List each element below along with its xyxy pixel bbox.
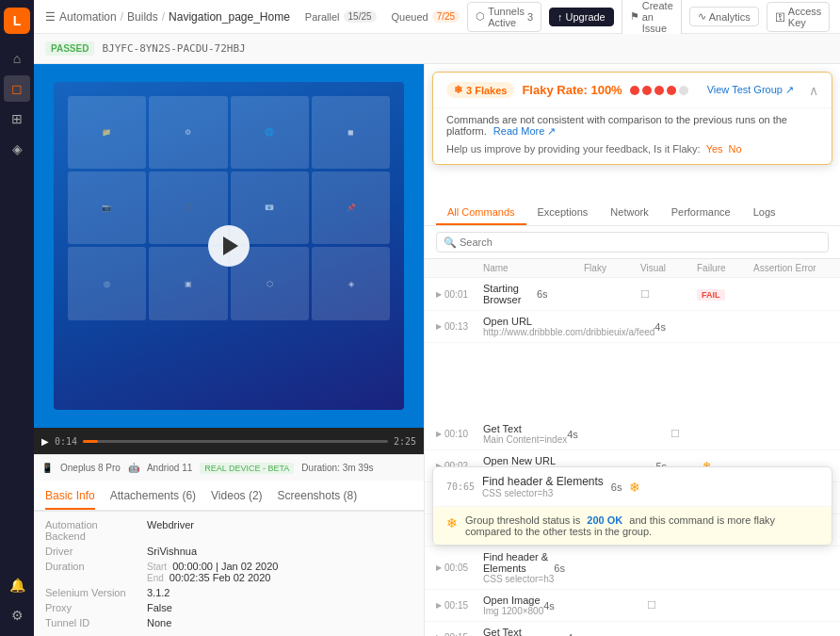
tab-exceptions[interactable]: Exceptions	[526, 201, 600, 225]
play-overlay[interactable]	[208, 225, 250, 267]
table-row[interactable]: ▶ 00:01 Starting Browser 6s ☐ FAIL	[425, 278, 840, 311]
cmd-time-7: ▶ 00:05	[436, 563, 483, 573]
detail-time: 70:65	[446, 481, 475, 492]
parallel-count: 15/25	[344, 10, 377, 23]
play-icon-3[interactable]: ▶	[436, 430, 442, 438]
video-controls: ▶ 0:14 2:25	[34, 428, 424, 454]
video-panel: 📁 ⚙ 🌐 ◼ 📷 🎵 📧 📌 ◎ ▣ ⬡ ◈	[34, 64, 425, 636]
info-grid: Automation Backend Webdriver Driver SriV…	[45, 519, 412, 628]
cmd-time-1: ▶ 00:01	[436, 289, 483, 300]
flaky-feedback: Help us improve by providing your feedba…	[446, 143, 818, 155]
tab-logs[interactable]: Logs	[742, 201, 787, 225]
table-row[interactable]: ▶ 00:15 Get Text Main Content=index 4s	[425, 622, 840, 636]
no-button[interactable]: No	[729, 143, 742, 155]
breadcrumb-builds[interactable]: Builds	[127, 10, 158, 24]
visual-1: ☐	[640, 288, 697, 301]
play-button[interactable]	[223, 236, 238, 255]
sidebar-item-builds[interactable]: ◻	[4, 75, 30, 102]
cmd-name-cell-7: Find header & Elements CSS selector=h3	[483, 551, 554, 584]
cmd-time-2: ▶ 00:13	[436, 321, 483, 332]
play-icon-8[interactable]: ▶	[436, 601, 442, 610]
cmd-name-cell-1: Starting Browser	[483, 283, 537, 305]
read-more-link[interactable]: Read More ↗	[493, 125, 556, 137]
play-icon-2[interactable]: ▶	[436, 322, 442, 331]
cmd-name-cell-8: Open Image Img 1200×800	[483, 595, 543, 616]
sidebar-item-settings[interactable]: ⚙	[4, 602, 30, 628]
flaky-dots	[630, 86, 688, 95]
duration-values: Start 00:00:00 | Jan 02 2020 End 00:02:3…	[147, 561, 412, 583]
play-icon-1[interactable]: ▶	[436, 290, 442, 299]
create-issue-button[interactable]: ⚑ Create an Issue	[622, 0, 682, 38]
sidebar-item-analytics[interactable]: ◈	[4, 136, 30, 162]
breadcrumb-current: Navigation_page_Home	[169, 10, 290, 24]
sidebar-item-grid[interactable]: ⊞	[4, 106, 30, 132]
analytics-icon: ∿	[698, 10, 706, 23]
automation-backend-label: Automation Backend	[45, 519, 139, 542]
analytics-button[interactable]: ∿ Analytics	[689, 7, 759, 26]
commands-panel: ❄ 3 Flakes Flaky Rate: 100%	[425, 64, 840, 636]
table-row[interactable]: ▶ 00:13 Open URL http://www.dribbble.com…	[425, 311, 840, 343]
bottom-tabs: Basic Info Attachements (6) Videos (2) S…	[34, 481, 424, 511]
breadcrumb: ☰ Automation / Builds / Navigation_page_…	[45, 10, 290, 24]
sidebar-item-home[interactable]: ⌂	[4, 45, 30, 72]
spinner-icon: ❄	[629, 480, 640, 495]
cmd-name-cell-9: Get Text Main Content=index	[483, 627, 567, 636]
tab-performance[interactable]: Performance	[660, 201, 742, 225]
tab-all-commands[interactable]: All Commands	[436, 201, 526, 225]
tab-network[interactable]: Network	[599, 201, 659, 225]
video-play-button[interactable]: ▶	[41, 436, 49, 447]
visual-8: ☐	[647, 599, 703, 612]
duration-label: Duration: 3m 39s	[301, 463, 373, 473]
cmd-name-cell-3: Get Text Main Content=index	[483, 423, 567, 445]
col-failure: Failure	[697, 263, 753, 273]
video-progress-bar[interactable]	[83, 440, 388, 443]
detail-name-wrap: Find header & Elements CSS selector=h3	[482, 475, 604, 498]
sidebar-item-bell[interactable]: 🔔	[4, 572, 30, 598]
search-icon: 🔍	[444, 236, 457, 249]
driver-label: Driver	[45, 546, 139, 557]
tab-basic-info[interactable]: Basic Info	[45, 489, 95, 510]
collapse-button[interactable]: ∧	[809, 83, 818, 98]
tab-videos[interactable]: Videos (2)	[211, 489, 262, 510]
build-id: BJYFC-8YN2S-PACDU-72HBJ	[102, 42, 245, 55]
table-row[interactable]: ▶ 00:10 Get Text Main Content=index 4s ☐	[425, 418, 840, 450]
flaky-card: ❄ 3 Flakes Flaky Rate: 100%	[432, 72, 832, 165]
access-key-button[interactable]: ⚿ Access Key	[767, 2, 830, 32]
dot-3	[654, 86, 664, 95]
visual-3: ☐	[670, 428, 727, 440]
phone-icon: 📱	[41, 463, 53, 473]
start-value: 00:00:00 | Jan 02 2020	[172, 561, 278, 572]
flaky-header: ❄ 3 Flakes Flaky Rate: 100%	[433, 73, 832, 107]
view-test-group-link[interactable]: View Test Group ↗	[707, 84, 794, 96]
search-input[interactable]	[436, 232, 829, 253]
tab-screenshots[interactable]: Screenshots (8)	[278, 489, 358, 510]
tunnels-button[interactable]: ⬡ Tunnels Active 3	[467, 2, 541, 32]
dot-4	[667, 86, 676, 95]
play-icon-7[interactable]: ▶	[436, 563, 442, 572]
breadcrumb-automation[interactable]: Automation	[59, 10, 117, 24]
main-content: ☰ Automation / Builds / Navigation_page_…	[34, 0, 840, 636]
tab-attachments[interactable]: Attachements (6)	[110, 489, 196, 510]
table-row[interactable]: ▶ 00:05 Find header & Elements CSS selec…	[425, 546, 840, 590]
win-icon-8: 📌	[312, 171, 390, 244]
win-icon-12: ◈	[312, 247, 390, 319]
tunnel-label: Tunnel ID	[45, 617, 139, 628]
parallel-tab: Parallel 15/25	[305, 10, 377, 23]
yes-button[interactable]: Yes	[706, 143, 723, 155]
selenium-label: Selenium Version	[45, 587, 139, 598]
command-tabs: All Commands Exceptions Network Performa…	[425, 196, 840, 226]
app-header: ☰ Automation / Builds / Navigation_page_…	[34, 0, 840, 34]
start-label: Start	[147, 562, 167, 572]
col-visual: Visual	[640, 263, 697, 273]
flaky-description: Commands are not consistent with compari…	[446, 114, 818, 138]
table-row[interactable]: ▶ 00:15 Open Image Img 1200×800 4s ☐	[425, 590, 840, 622]
queued-count: 7/25	[432, 10, 460, 23]
flake-icon: ❄	[454, 84, 462, 96]
cmd-time-3: ▶ 00:10	[436, 429, 483, 439]
col-flaky: Flaky	[584, 263, 640, 273]
cmd-time-8: ▶ 00:15	[436, 600, 483, 611]
proxy-value: False	[147, 602, 412, 613]
sidebar: L ⌂ ◻ ⊞ ◈ 🔔 ⚙	[0, 0, 34, 636]
upgrade-button[interactable]: ↑ Upgrade	[549, 8, 614, 26]
queued-tab: Queued 7/25	[392, 10, 460, 23]
